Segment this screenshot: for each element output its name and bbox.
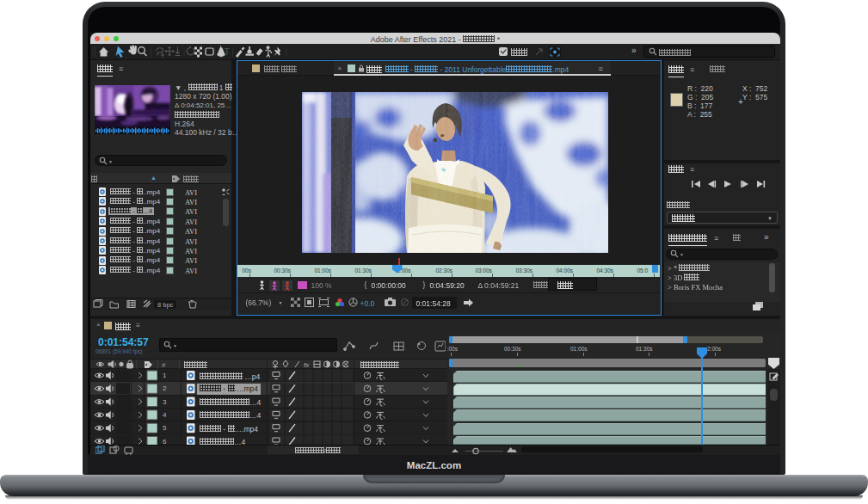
svg-text:8 bpc: 8 bpc bbox=[157, 301, 174, 309]
svg-text:fx: fx bbox=[304, 361, 310, 369]
svg-text:T: T bbox=[225, 46, 231, 57]
